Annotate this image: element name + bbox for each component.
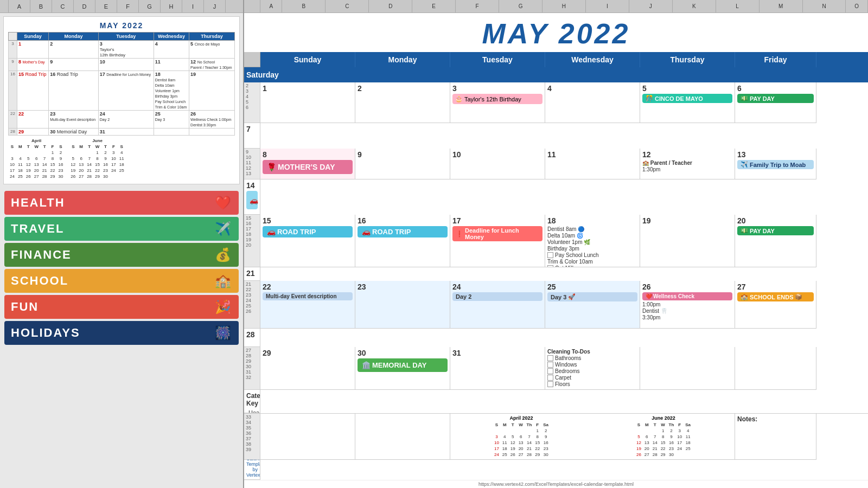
right-col-headers: A B C D E F G H I J K L M N O xyxy=(244,0,868,13)
floors: Floors xyxy=(547,381,637,387)
cleaning-header: Cleaning To-Dos xyxy=(547,349,637,355)
url-footer: https://www.vertex42.com/ExcelTemplates/… xyxy=(244,480,868,488)
bottom-notes: Notes: xyxy=(735,414,816,460)
small-week-3: 16 15 Road Trip 16 Road Trip 17 Deadline… xyxy=(9,71,235,111)
lunch-checkbox[interactable] xyxy=(547,252,553,258)
cell-may-15: 15 🚗 ROAD TRIP xyxy=(260,215,355,267)
cell-may-9: 9 xyxy=(355,149,450,179)
notes-title: Notes: xyxy=(737,415,814,423)
small-cal-table: Sunday Monday Tuesday Wednesday Thursday… xyxy=(8,32,235,136)
school-ends: 🏫 SCHOOL ENDS 📦 xyxy=(737,292,814,301)
pay-school-lunch: Pay School Lunch xyxy=(547,252,637,258)
rn-week2: 910111213 xyxy=(244,149,260,179)
col-A: A xyxy=(9,0,30,12)
travel-label: TRAVEL xyxy=(11,222,64,236)
june-header: June 2022 xyxy=(635,415,692,421)
june-mini-cal: June 2022 SMTWThFSa 1234 567891011 12131… xyxy=(635,415,692,458)
cell-may-8: 8 🌹 MOTHER'S DAY xyxy=(260,149,355,179)
monday-header: Monday xyxy=(355,52,450,67)
cell-may-20: 20 💵 PAY DAY xyxy=(735,215,816,267)
bottom-empty-sun xyxy=(260,414,355,460)
cell-may-25: 25 Day 3 🚀 xyxy=(545,281,640,329)
tuesday-header: Tuesday xyxy=(450,52,545,67)
fun-icon: 🎉 xyxy=(215,299,232,314)
col-H: H xyxy=(161,0,182,12)
cell-may-11: 11 xyxy=(545,149,640,179)
col-M-right: M xyxy=(760,0,803,12)
vertex-link[interactable]: Calendar Template by Vertex42.com xyxy=(246,460,258,478)
multiday-day2: Day 2 xyxy=(452,292,542,301)
health-badge: HEALTH ❤️ xyxy=(4,191,239,215)
week-3: 151617181920 15 🚗 ROAD TRIP 16 🚗 ROAD TR… xyxy=(244,215,868,281)
left-panel: A B C D E F G H I J MAY 2022 Sunday Mond… xyxy=(0,0,244,488)
cell-may-29: 29 xyxy=(260,347,355,390)
pay-day-2: 💵 PAY DAY xyxy=(737,226,814,235)
bottom-copyright: © 2021 Vertex42 LLC Calendar Template by… xyxy=(244,460,260,480)
cell-may-31: 31 xyxy=(450,347,545,390)
holidays-label: HOLIDAYS xyxy=(11,326,80,340)
week-4: 212223242526 22 Multi-day Event descript… xyxy=(244,281,868,347)
windows: Windows xyxy=(547,362,637,368)
cell-may-16: 16 🚗 ROAD TRIP xyxy=(355,215,450,267)
category-badges: HEALTH ❤️ TRAVEL ✈️ FINANCE 💰 SCHOOL 🏫 F… xyxy=(0,188,243,488)
cell-may-12: 12 🏫 Parent / Teacher 1:30pm xyxy=(640,149,735,179)
cell-may-13: 13 ✈️ Family Trip to Moab xyxy=(735,149,816,179)
cell-may-17: 17 ❗ Deadline for Lunch Money xyxy=(450,215,545,267)
saturday-header: Saturday xyxy=(244,67,260,82)
small-week-5: 28 29 30 Memorial Day 31 xyxy=(9,129,235,136)
col-D: D xyxy=(74,0,95,12)
cell-may-14: 14 🚗 ROAD TRIP xyxy=(244,179,260,215)
april-header: April 2022 xyxy=(493,415,550,421)
col-J: J xyxy=(204,0,226,12)
bottom-empty-mon xyxy=(355,414,450,460)
col-L-right: L xyxy=(716,0,760,12)
cell-empty-fri xyxy=(735,347,816,390)
road-trip-15: 🚗 ROAD TRIP xyxy=(263,226,353,237)
cell-empty-thu xyxy=(640,347,735,390)
col-H-right: H xyxy=(542,0,586,12)
col-I: I xyxy=(182,0,204,12)
col-G: G xyxy=(139,0,161,12)
col-E-right: E xyxy=(412,0,456,12)
sunday-header: Sunday xyxy=(260,52,355,67)
pay-day-1: 💵 PAY DAY xyxy=(737,94,814,103)
week-2: 910111213 8 🌹 MOTHER'S DAY 9 10 11 xyxy=(244,149,868,215)
cinco-de-mayo: 🎊 CINCO DE MAYO xyxy=(642,94,732,103)
header-rn xyxy=(244,52,260,67)
road-trip-14: 🚗 ROAD TRIP xyxy=(246,191,258,209)
week-5: 272829303132 29 30 🏛️ MEMORIAL DAY 31 Cl… xyxy=(244,347,868,413)
small-rn-header xyxy=(9,33,17,41)
cell-may-3: 3 🎂 Taylor's 12th Birthday xyxy=(450,82,545,123)
mini-cals-cell: April 2022 SMTWThFSa 12 3456789 10111213… xyxy=(450,414,735,460)
cell-may-24: 24 Day 2 xyxy=(450,281,545,329)
wellness-check: ❤️ Wellness Check xyxy=(642,292,732,300)
col-F-right: F xyxy=(456,0,499,12)
memorial-day: 🏛️ MEMORIAL DAY xyxy=(358,358,448,372)
cell-may-7: 7 xyxy=(244,123,260,149)
holidays-icon: 🎆 xyxy=(215,325,232,341)
corner xyxy=(244,0,260,12)
road-trip-16: 🚗 ROAD TRIP xyxy=(358,226,448,237)
april-mini-cal: April 2022 SMTWThFSa 12 3456789 10111213… xyxy=(493,415,550,458)
fun-label: FUN xyxy=(11,300,39,314)
cell-may-18: 18 Dentist 8am 🔵 Delta 10am 🌀 Volunteer … xyxy=(545,215,640,267)
cell-may-19: 19 xyxy=(640,215,735,267)
get-milk: Get Milk xyxy=(547,265,637,267)
small-tue: Tuesday xyxy=(98,33,154,41)
cell-may-23: 23 xyxy=(355,281,450,329)
cell-may-27: 27 🏫 SCHOOL ENDS 📦 xyxy=(735,281,816,329)
small-cal-title: MAY 2022 xyxy=(8,21,235,30)
milk-checkbox[interactable] xyxy=(547,265,553,267)
school-label: SCHOOL xyxy=(11,274,68,288)
category-key-title: Category Key xyxy=(246,392,258,407)
week-1: 23456 1 2 3 🎂 Taylor's 12th Birthday 4 xyxy=(244,82,868,149)
travel-badge: TRAVEL ✈️ xyxy=(4,217,239,241)
col-G-right: G xyxy=(499,0,542,12)
rn-week3: 151617181920 xyxy=(244,215,260,267)
cell-may-21: 21 xyxy=(244,267,260,281)
footer-url: https://www.vertex42.com/ExcelTemplates/… xyxy=(478,481,634,487)
wednesday-header: Wednesday xyxy=(545,52,640,67)
sub-mini-cals: April SMTWTFS 12 3456789 10111213141516 … xyxy=(8,138,235,179)
small-week-2: 9 8 Mother's Day 9 10 11 12 No SchoolPar… xyxy=(9,59,235,71)
april-mini: April SMTWTFS 12 3456789 10111213141516 … xyxy=(8,138,65,179)
